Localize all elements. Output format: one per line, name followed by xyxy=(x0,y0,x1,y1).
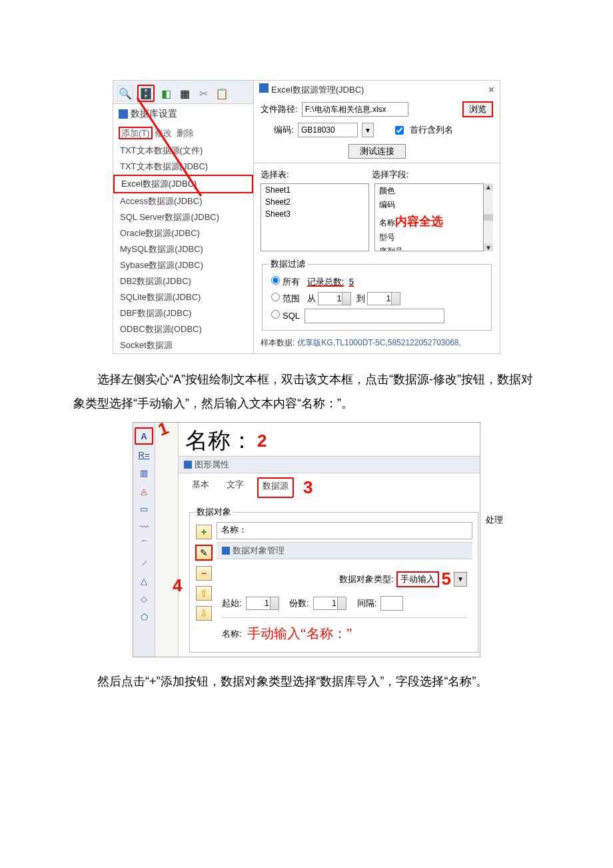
name-row: 名称： xyxy=(217,522,472,539)
dom-icon xyxy=(222,547,230,555)
select-table-label: 选择表: xyxy=(261,169,368,181)
record-count: 5 xyxy=(349,277,354,287)
list-item[interactable]: SQL Server数据源(JDBC) xyxy=(113,209,253,225)
datasource-list[interactable]: TXT文本数据源(文件) TXT文本数据源(JDBC) Excel数据源(JDB… xyxy=(113,143,253,353)
list-item[interactable]: Socket数据源 xyxy=(113,337,253,353)
dom-window-title: 数据对象管理 xyxy=(217,542,472,559)
rvar-tool-icon[interactable]: R= xyxy=(135,447,153,463)
text-tool-icon[interactable]: A xyxy=(135,427,153,445)
list-item-selected[interactable]: Excel数据源(JDBC) xyxy=(113,175,253,193)
annot-2: 2 xyxy=(257,431,267,451)
dot-select[interactable]: 手动输入 xyxy=(396,571,439,587)
radio-all[interactable] xyxy=(271,276,280,285)
select-all-annot: 内容全选 xyxy=(395,215,443,228)
list-item[interactable]: Sheet3 xyxy=(261,208,368,220)
path-input[interactable] xyxy=(302,102,408,117)
list-item[interactable]: MySQL数据源(JDBC) xyxy=(113,241,253,257)
ruler-strip xyxy=(155,423,179,657)
list-item[interactable]: Oracle数据源(JDBC) xyxy=(113,225,253,241)
search-icon[interactable]: 🔍 xyxy=(117,85,133,101)
remove-dataobj-button[interactable]: − xyxy=(196,566,212,581)
list-item[interactable]: SQLite数据源(JDBC) xyxy=(113,289,253,305)
list-item[interactable]: DBF数据源(JDBC) xyxy=(113,305,253,321)
list-item[interactable]: 型号 xyxy=(375,231,483,245)
dropdown-arrow-icon[interactable]: ▼ xyxy=(454,572,467,587)
tabs: 基本 文字 数据源 3 xyxy=(179,473,480,502)
list-item[interactable]: 名称内容全选 xyxy=(375,212,483,231)
pentagon-tool-icon[interactable]: ⬠ xyxy=(135,609,153,625)
cube-icon[interactable]: ◧ xyxy=(159,86,173,101)
browse-button[interactable]: 浏览 xyxy=(462,101,493,117)
sql-input[interactable] xyxy=(305,309,444,323)
arc-tool-icon[interactable]: ⌒ xyxy=(135,537,153,553)
rect-tool-icon[interactable]: ▭ xyxy=(135,501,153,517)
fig1-dialog: Excel数据源管理(JDBC) × 文件路径: 浏览 编码: GB18030 … xyxy=(254,81,500,353)
scrollbar[interactable]: ▲▼ xyxy=(484,183,493,251)
interval-input[interactable] xyxy=(380,596,403,611)
close-icon[interactable]: × xyxy=(488,84,494,96)
start-stepper[interactable]: 1 xyxy=(246,597,279,610)
list-item[interactable]: 序列号 xyxy=(375,245,483,251)
list-item[interactable]: Sheet1 xyxy=(261,184,368,196)
tab-text[interactable]: 文字 xyxy=(223,477,248,498)
start-label: 起始: xyxy=(222,597,242,609)
list-item[interactable]: 颜色 xyxy=(375,184,483,198)
up-dataobj-button[interactable]: ⇧ xyxy=(196,586,212,601)
filter-legend: 数据过滤 xyxy=(268,258,308,270)
radio-sql[interactable] xyxy=(271,310,280,319)
add-dataobj-button[interactable]: ＋ xyxy=(196,525,212,539)
dataobj-panel: 数据对象 处理 ＋ ✎ − ⇧ ⇩ 4 名称： xyxy=(179,502,480,657)
dataobj-legend: 数据对象 xyxy=(195,506,233,518)
list-item[interactable]: Sheet2 xyxy=(261,196,368,208)
name2-label: 名称: xyxy=(222,628,242,640)
tab-datasource[interactable]: 数据源 xyxy=(257,477,294,498)
process-label: 处理 xyxy=(486,514,503,526)
field-listbox[interactable]: 颜色 编码 名称内容全选 型号 序列号 xyxy=(374,183,484,251)
shape-tool-icon[interactable]: ⟋ xyxy=(135,555,153,571)
curve-tool-icon[interactable]: 〰 xyxy=(135,519,153,535)
tab-basic[interactable]: 基本 xyxy=(188,477,213,498)
path-label: 文件路径: xyxy=(261,103,298,115)
grid-icon[interactable]: ▦ xyxy=(177,86,192,101)
list-item[interactable]: Sybase数据源(JDBC) xyxy=(113,257,253,273)
test-connection-button[interactable]: 测试连接 xyxy=(348,144,406,159)
diamond-tool-icon[interactable]: ◇ xyxy=(135,591,153,607)
list-item[interactable]: Access数据源(JDBC) xyxy=(113,193,253,209)
annot-5: 5 xyxy=(442,569,451,589)
warn-tool-icon[interactable]: ◬ xyxy=(135,483,153,499)
down-dataobj-button[interactable]: ⇩ xyxy=(196,606,212,621)
barcode-tool-icon[interactable]: ▥ xyxy=(135,465,153,481)
list-item[interactable]: TXT文本数据源(文件) xyxy=(113,143,253,159)
to-label: 到 xyxy=(356,293,365,303)
fig1-left-panel: 🔍 🗄️ ◧ ▦ ✂ 📋 数据库设置 添加(T) 修改 删除 TXT文本数据源(… xyxy=(113,81,254,353)
cut-icon[interactable]: ✂ xyxy=(196,86,211,101)
select-field-label: 选择字段: xyxy=(372,169,409,181)
fig2-right-panel: 名称： 2 图形属性 基本 文字 数据源 3 数据对象 处理 ＋ xyxy=(179,423,480,657)
encoding-select[interactable]: GB18030 xyxy=(298,123,358,137)
list-item[interactable]: 编码 xyxy=(375,198,483,212)
add-button[interactable]: 添加(T) xyxy=(119,127,153,139)
triangle-tool-icon[interactable]: △ xyxy=(135,573,153,589)
range-to-stepper[interactable]: 1 xyxy=(367,292,400,305)
dropdown-icon[interactable]: ▼ xyxy=(362,123,374,137)
paste-icon[interactable]: 📋 xyxy=(215,86,229,101)
divider xyxy=(222,617,467,618)
sample-row: 样本数据: 优享版KG,TL1000DT-5C,5852122052703068… xyxy=(254,333,500,353)
edit-dataobj-button[interactable]: ✎ xyxy=(195,545,213,561)
radio-range-label: 范围 xyxy=(283,293,300,303)
list-item[interactable]: ODBC数据源(ODBC) xyxy=(113,321,253,337)
paragraph-1: 选择左侧实心“A”按钮绘制文本框，双击该文本框，点击“数据源-修改”按钮，数据对… xyxy=(73,367,540,415)
range-from-stepper[interactable]: 1 xyxy=(318,292,351,305)
firstrow-checkbox[interactable] xyxy=(395,126,404,135)
delete-button[interactable]: 删除 xyxy=(177,128,194,138)
dialog-icon xyxy=(259,83,269,93)
list-item[interactable]: DB2数据源(JDBC) xyxy=(113,273,253,289)
scroll-up-icon[interactable]: ▲ xyxy=(484,183,493,191)
copies-stepper[interactable]: 1 xyxy=(313,597,346,610)
table-listbox[interactable]: Sheet1 Sheet2 Sheet3 xyxy=(261,183,369,251)
scroll-down-icon[interactable]: ▼ xyxy=(484,244,493,251)
textbox-preview: 名称： 2 xyxy=(179,423,480,456)
radio-range[interactable] xyxy=(271,293,280,301)
props-window-title: 图形属性 xyxy=(179,456,480,473)
filter-group: 数据过滤 所有 记录总数: 5 范围 从 1 到 1 SQL xyxy=(254,255,500,333)
